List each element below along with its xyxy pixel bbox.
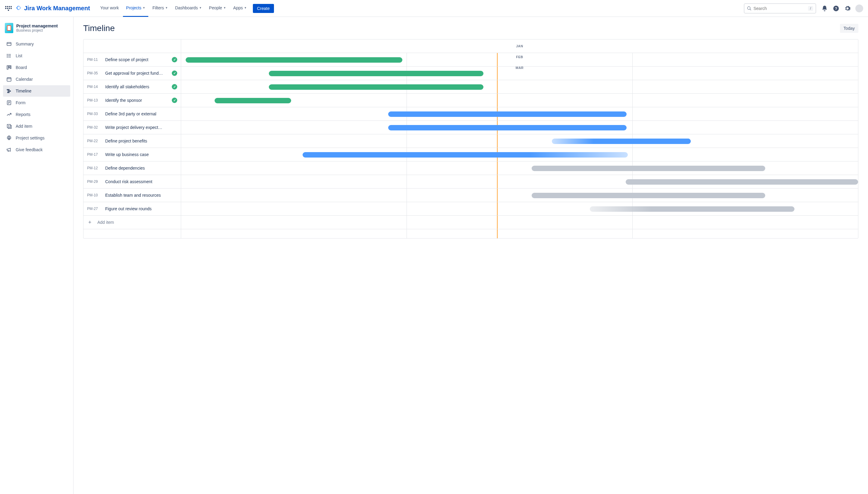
task-title: Identify the sponsor (105, 98, 167, 103)
notifications-icon[interactable] (821, 5, 828, 12)
user-avatar[interactable] (855, 4, 863, 12)
sidebar-list[interactable]: List (3, 50, 70, 61)
gantt-bar[interactable] (302, 152, 628, 157)
chevron-down-icon: ▼ (199, 6, 202, 10)
svg-point-29 (8, 137, 10, 139)
gantt-bar[interactable] (186, 57, 402, 63)
help-icon[interactable]: ? (832, 5, 840, 12)
project-subtitle: Business project (16, 28, 58, 33)
svg-rect-19 (7, 90, 10, 90)
gantt-bar[interactable] (532, 166, 765, 171)
gantt-bar[interactable] (269, 84, 483, 90)
app-switcher-icon[interactable] (5, 5, 12, 12)
svg-rect-13 (9, 66, 10, 68)
task-column: PM-11Define scope of project✓PM-35Get ap… (84, 39, 181, 238)
gantt-bar[interactable] (626, 179, 858, 185)
bar-row (181, 66, 858, 80)
board-icon (6, 64, 12, 71)
task-row[interactable]: PM-27Figure out review rounds (84, 202, 181, 216)
nav-projects[interactable]: Projects▼ (123, 0, 148, 17)
task-row[interactable]: PM-22Define project benefits (84, 134, 181, 148)
bar-row (181, 202, 858, 216)
chevron-down-icon: ▼ (165, 6, 168, 10)
gantt-bar[interactable] (269, 71, 483, 76)
brand-text: Jira Work Management (24, 5, 90, 12)
search-box[interactable]: / (744, 3, 816, 14)
task-key: PM-22 (87, 139, 100, 143)
task-row[interactable]: PM-32Write project delivery expect… (84, 121, 181, 134)
nav-your-work[interactable]: Your work (97, 0, 122, 17)
task-key: PM-11 (87, 58, 100, 62)
check-icon: ✓ (172, 84, 177, 90)
svg-rect-20 (8, 91, 11, 91)
bar-row (181, 121, 858, 134)
check-icon: ✓ (172, 71, 177, 76)
task-title: Define scope of project (105, 57, 167, 62)
create-button[interactable]: Create (253, 4, 274, 13)
task-row[interactable]: PM-33Define 3rd party or external (84, 107, 181, 121)
nav-dashboards[interactable]: Dashboards▼ (172, 0, 205, 17)
add-item-row[interactable]: + Add item (84, 216, 181, 229)
svg-rect-21 (7, 92, 10, 93)
task-row[interactable]: PM-11Define scope of project✓ (84, 53, 181, 66)
plus-icon: + (87, 220, 93, 225)
page-title: Timeline (83, 23, 115, 33)
calendar-icon (6, 76, 12, 82)
project-name: Project management (16, 23, 58, 28)
bar-row (181, 134, 858, 148)
nav-filters[interactable]: Filters▼ (149, 0, 171, 17)
task-row[interactable]: PM-35Get approval for project fund…✓ (84, 66, 181, 80)
sidebar-summary[interactable]: Summary (3, 38, 70, 50)
svg-text:?: ? (835, 6, 837, 11)
chevron-down-icon: ▼ (223, 6, 226, 10)
timeline-grid: PM-11Define scope of project✓PM-35Get ap… (83, 39, 858, 239)
project-icon (5, 23, 13, 33)
task-row[interactable]: PM-12Define dependencies (84, 162, 181, 175)
sidebar-add-item[interactable]: Add item (3, 120, 70, 132)
gantt-bar[interactable] (388, 111, 627, 117)
svg-rect-4 (7, 42, 11, 46)
task-title: Conduct risk assessment (105, 179, 177, 184)
chevron-down-icon: ▼ (143, 6, 145, 10)
nav-links: Your work Projects▼ Filters▼ Dashboards▼… (97, 0, 250, 17)
task-key: PM-33 (87, 112, 100, 116)
brand-logo[interactable]: Jira Work Management (15, 5, 90, 12)
sidebar-reports[interactable]: Reports (3, 109, 70, 120)
gantt-bar[interactable] (532, 193, 765, 198)
sidebar-timeline[interactable]: Timeline (3, 85, 70, 97)
task-row[interactable]: PM-29Conduct risk assessment (84, 175, 181, 189)
svg-rect-12 (7, 66, 8, 69)
sidebar-project-settings[interactable]: Project settings (3, 132, 70, 144)
task-column-header (84, 39, 181, 53)
task-row[interactable]: PM-17Write up business case (84, 148, 181, 162)
task-row[interactable]: PM-10Establish team and resources (84, 189, 181, 202)
gantt-bar[interactable] (215, 98, 291, 103)
task-row[interactable]: PM-13Identify the sponsor✓ (84, 94, 181, 107)
bar-row (181, 189, 858, 202)
sidebar-form[interactable]: Form (3, 97, 70, 109)
search-input[interactable] (754, 6, 808, 11)
task-title: Write project delivery expect… (105, 125, 177, 130)
project-header[interactable]: Project management Business project (3, 22, 70, 38)
today-button[interactable]: Today (840, 24, 858, 33)
check-icon: ✓ (172, 98, 177, 103)
task-key: PM-14 (87, 84, 100, 89)
task-title: Define dependencies (105, 166, 177, 170)
sidebar-give-feedback[interactable]: Give feedback (3, 144, 70, 155)
task-row[interactable]: PM-14Identify all stakeholders✓ (84, 80, 181, 94)
svg-point-0 (747, 7, 750, 10)
nav-apps[interactable]: Apps▼ (230, 0, 250, 17)
sidebar-board[interactable]: Board (3, 62, 70, 73)
settings-icon[interactable] (844, 5, 851, 12)
gantt-bar[interactable] (388, 125, 627, 130)
search-icon (747, 6, 752, 11)
bar-row (181, 162, 858, 175)
sidebar-calendar[interactable]: Calendar (3, 74, 70, 85)
months-header: JANFEBMAR (181, 39, 858, 53)
nav-people[interactable]: People▼ (206, 0, 229, 17)
gantt-bar[interactable] (552, 138, 691, 144)
jira-icon (15, 5, 22, 12)
task-key: PM-13 (87, 98, 100, 102)
gantt-bar[interactable] (590, 206, 794, 212)
svg-point-10 (7, 55, 7, 56)
